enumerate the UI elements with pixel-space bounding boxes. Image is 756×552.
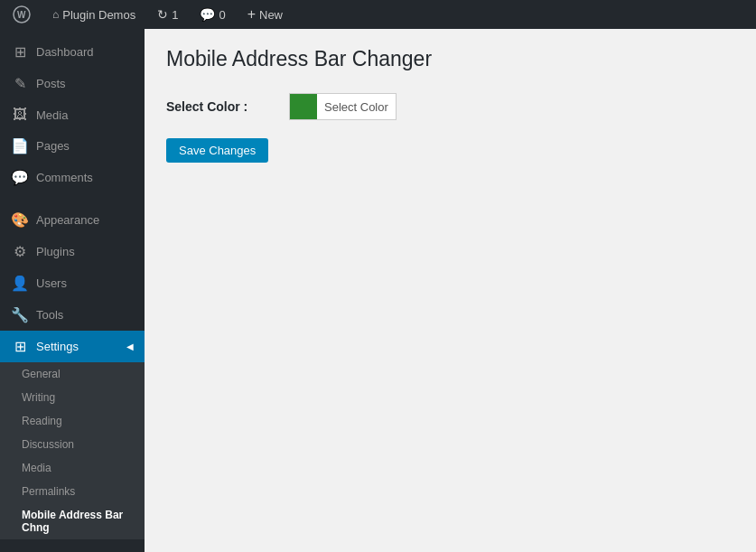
submenu-mobile-address-bar[interactable]: Mobile Address Bar Chng	[0, 503, 145, 539]
sidebar-item-comments[interactable]: 💬 Comments	[0, 162, 145, 193]
admin-bar: W ⌂ Plugin Demos ↻ 1 💬 0 + New	[0, 0, 756, 29]
color-picker-wrapper[interactable]: Select Color	[289, 93, 397, 120]
tools-icon: 🔧	[11, 306, 29, 323]
sidebar-item-appearance[interactable]: 🎨 Appearance	[0, 204, 145, 236]
comments-icon: 💬	[11, 169, 29, 186]
comments[interactable]: 💬 0	[194, 0, 230, 29]
users-icon: 👤	[11, 275, 29, 292]
submenu-reading[interactable]: Reading	[0, 409, 145, 433]
settings-icon: ⊞	[11, 338, 29, 355]
sidebar: ⊞ Dashboard ✎ Posts 🖼 Media 📄 Pages 💬 Co…	[0, 29, 145, 552]
submenu-writing[interactable]: Writing	[0, 386, 145, 409]
submenu-discussion[interactable]: Discussion	[0, 433, 145, 456]
updates[interactable]: ↻ 1	[152, 0, 183, 29]
color-picker-button[interactable]: Select Color	[317, 100, 396, 114]
submenu-permalinks[interactable]: Permalinks	[0, 480, 145, 503]
sidebar-item-media[interactable]: 🖼 Media	[0, 99, 145, 130]
submenu-media[interactable]: Media	[0, 456, 145, 480]
save-button[interactable]: Save Changes	[166, 138, 268, 163]
sidebar-item-posts[interactable]: ✎ Posts	[0, 68, 145, 99]
posts-icon: ✎	[11, 75, 29, 92]
dashboard-icon: ⊞	[11, 43, 29, 61]
color-row: Select Color : Select Color	[166, 93, 734, 120]
select-color-label: Select Color :	[166, 99, 275, 114]
new-content[interactable]: + New	[242, 0, 288, 29]
settings-form: Select Color : Select Color Save Changes	[166, 93, 734, 163]
sidebar-item-tools[interactable]: 🔧 Tools	[0, 299, 145, 331]
main-content: Mobile Address Bar Changer Select Color …	[145, 29, 756, 552]
submenu-general[interactable]: General	[0, 362, 145, 386]
sidebar-item-pages[interactable]: 📄 Pages	[0, 130, 145, 162]
plugins-icon: ⚙	[11, 243, 29, 260]
wp-logo[interactable]: W	[7, 0, 36, 29]
pages-icon: 📄	[11, 137, 29, 154]
site-name[interactable]: ⌂ Plugin Demos	[47, 0, 141, 29]
sidebar-item-dashboard[interactable]: ⊞ Dashboard	[0, 36, 145, 68]
svg-text:W: W	[17, 10, 26, 20]
save-row: Save Changes	[166, 138, 734, 163]
sidebar-item-plugins[interactable]: ⚙ Plugins	[0, 236, 145, 267]
media-icon: 🖼	[11, 107, 29, 123]
sidebar-item-users[interactable]: 👤 Users	[0, 267, 145, 299]
main-layout: ⊞ Dashboard ✎ Posts 🖼 Media 📄 Pages 💬 Co…	[0, 29, 756, 552]
color-swatch	[290, 94, 317, 119]
settings-submenu: General Writing Reading Discussion Media…	[0, 362, 145, 539]
page-title: Mobile Address Bar Changer	[166, 47, 734, 71]
settings-arrow-icon: ◀	[126, 341, 134, 351]
appearance-icon: 🎨	[11, 211, 29, 229]
sidebar-item-settings[interactable]: ⊞ Settings ◀	[0, 331, 145, 362]
